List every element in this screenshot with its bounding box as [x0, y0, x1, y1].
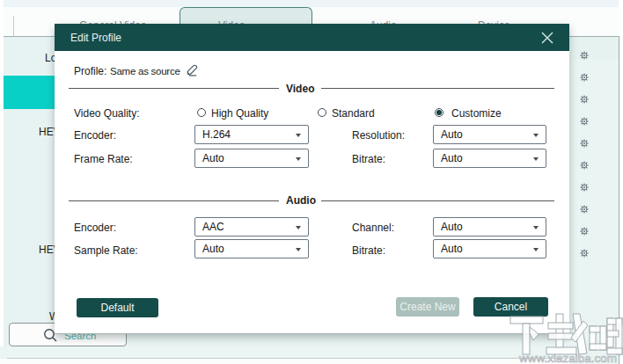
svg-text:www.xiazaiba.com: www.xiazaiba.com	[518, 352, 617, 364]
